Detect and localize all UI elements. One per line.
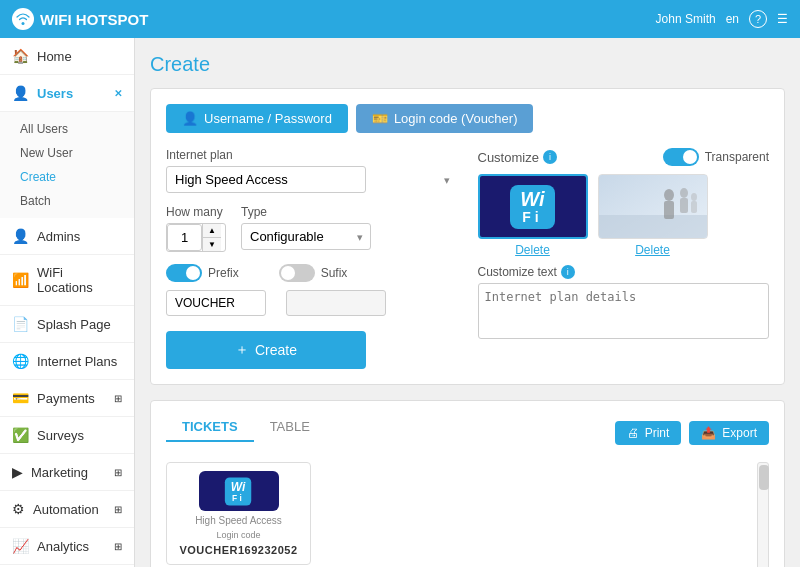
main-content: Create 👤 Username / Password 🎫 Login cod…: [135, 38, 800, 567]
marketing-icon: ▶: [12, 464, 23, 480]
sidebar-label-admins: Admins: [37, 229, 80, 244]
create-form-left: Internet plan High Speed Access How many: [166, 148, 458, 369]
internet-plan-group: Internet plan High Speed Access: [166, 148, 458, 193]
suffix-label: Sufix: [321, 266, 348, 280]
sidebar-sub-all-users[interactable]: All Users: [0, 117, 134, 141]
customize-info-icon[interactable]: i: [543, 150, 557, 164]
svg-rect-7: [691, 201, 697, 213]
automation-icon: ⚙: [12, 501, 25, 517]
type-group: Type Configurable: [241, 205, 371, 252]
how-many-type-row: How many ▲ ▼ Type: [166, 205, 458, 252]
transparent-toggle[interactable]: [663, 148, 699, 166]
ticket-wifi-badge: Wi Fi: [225, 477, 252, 505]
customize-header-row: Customize i Transparent: [478, 148, 770, 166]
print-icon: 🖨: [627, 426, 639, 440]
app-logo: WIFI HOTSPOT: [12, 8, 148, 30]
analytics-expand-icon: ⊞: [114, 541, 122, 552]
prefix-label: Prefix: [208, 266, 239, 280]
sidebar-item-home[interactable]: 🏠 Home: [0, 38, 134, 75]
customize-text-label: Customize text: [478, 265, 557, 279]
prefix-suffix-inputs: [166, 290, 458, 316]
scrollbar-up-area: [759, 465, 769, 490]
username-password-tab[interactable]: 👤 Username / Password: [166, 104, 348, 133]
sidebar-item-admins[interactable]: 👤 Admins: [0, 218, 134, 255]
sidebar-item-users[interactable]: 👤 Users ✕: [0, 75, 134, 112]
internet-plan-select-wrapper: High Speed Access: [166, 166, 458, 193]
sidebar-label-payments: Payments: [37, 391, 95, 406]
users-icon: 👤: [12, 85, 29, 101]
wifi-icon: [12, 8, 34, 30]
logo-text: WIFI HOTSPOT: [40, 11, 148, 28]
tab-table[interactable]: TABLE: [254, 413, 326, 442]
prefix-suffix-toggles: Prefix Sufix: [166, 264, 458, 282]
wifi-logo-image: Wi Fi: [478, 174, 588, 239]
how-many-down[interactable]: ▼: [203, 238, 221, 251]
sidebar: 🏠 Home 👤 Users ✕ All Users New User Crea…: [0, 38, 135, 567]
sidebar-item-splash-page[interactable]: 📄 Splash Page: [0, 306, 134, 343]
sidebar-item-marketing[interactable]: ▶ Marketing ⊞: [0, 454, 134, 491]
create-form-right: Customize i Transparent: [478, 148, 770, 369]
print-label: Print: [645, 426, 670, 440]
sidebar-item-automation[interactable]: ⚙ Automation ⊞: [0, 491, 134, 528]
menu-icon[interactable]: ☰: [777, 12, 788, 26]
transparent-label: Transparent: [705, 150, 769, 164]
sidebar-sub-create[interactable]: Create: [0, 165, 134, 189]
users-toggle-icon: ✕: [114, 88, 122, 99]
export-button[interactable]: 📤 Export: [689, 421, 769, 445]
customize-label: Customize: [478, 150, 539, 165]
suffix-input[interactable]: [286, 290, 386, 316]
suffix-toggle-wrap: Sufix: [279, 264, 348, 282]
app-header: WIFI HOTSPOT John Smith en ? ☰: [0, 0, 800, 38]
ticket-voucher-code: VOUCHER169232052: [179, 544, 297, 556]
sidebar-label-wifi-locations: WiFi Locations: [37, 265, 122, 295]
sidebar-label-internet-plans: Internet Plans: [37, 354, 117, 369]
login-code-tab[interactable]: 🎫 Login code (Voucher): [356, 104, 534, 133]
customize-text-info-icon[interactable]: i: [561, 265, 575, 279]
language-selector[interactable]: en: [726, 12, 739, 26]
sidebar-label-users: Users: [37, 86, 73, 101]
svg-point-4: [680, 188, 688, 198]
sidebar-item-payments[interactable]: 💳 Payments ⊞: [0, 380, 134, 417]
sidebar-item-wifi-locations[interactable]: 📶 WiFi Locations: [0, 255, 134, 306]
how-many-input[interactable]: [167, 224, 202, 251]
wifi-logo-delete[interactable]: Delete: [515, 243, 550, 257]
automation-expand-icon: ⊞: [114, 504, 122, 515]
sidebar-label-splash: Splash Page: [37, 317, 111, 332]
sidebar-label-analytics: Analytics: [37, 539, 89, 554]
svg-rect-3: [664, 201, 674, 219]
bottom-header: TICKETS TABLE 🖨 Print 📤 Export: [166, 413, 769, 452]
user-name[interactable]: John Smith: [656, 12, 716, 26]
help-icon[interactable]: ?: [749, 10, 767, 28]
print-button[interactable]: 🖨 Print: [615, 421, 682, 445]
type-label: Type: [241, 205, 371, 219]
sidebar-item-surveys[interactable]: ✅ Surveys: [0, 417, 134, 454]
voucher-icon: 🎫: [372, 111, 388, 126]
transparent-image-box: Delete: [598, 174, 708, 257]
scrollbar-track: [757, 462, 769, 567]
sidebar-sub-batch[interactable]: Batch: [0, 189, 134, 213]
prefix-input[interactable]: [166, 290, 266, 316]
sidebar-sub-new-user[interactable]: New User: [0, 141, 134, 165]
suffix-toggle-thumb: [281, 266, 295, 280]
customize-text-input[interactable]: [478, 283, 770, 339]
sidebar-item-analytics[interactable]: 📈 Analytics ⊞: [0, 528, 134, 565]
internet-plan-select[interactable]: High Speed Access: [166, 166, 366, 193]
sidebar-label-home: Home: [37, 49, 72, 64]
analytics-icon: 📈: [12, 538, 29, 554]
sidebar-label-surveys: Surveys: [37, 428, 84, 443]
sidebar-item-internet-plans[interactable]: 🌐 Internet Plans: [0, 343, 134, 380]
create-button[interactable]: ＋ Create: [166, 331, 366, 369]
sidebar-users-submenu: All Users New User Create Batch: [0, 112, 134, 218]
page-title: Create: [150, 53, 785, 76]
tab-tickets[interactable]: TICKETS: [166, 413, 254, 442]
wifi-locations-icon: 📶: [12, 272, 29, 288]
type-select[interactable]: Configurable: [241, 223, 371, 250]
suffix-toggle[interactable]: [279, 264, 315, 282]
prefix-toggle-wrap: Prefix: [166, 264, 239, 282]
transparent-toggle-wrap: Transparent: [663, 148, 769, 166]
main-layout: 🏠 Home 👤 Users ✕ All Users New User Crea…: [0, 38, 800, 567]
payments-expand-icon: ⊞: [114, 393, 122, 404]
prefix-toggle[interactable]: [166, 264, 202, 282]
how-many-up[interactable]: ▲: [203, 224, 221, 238]
transparent-delete[interactable]: Delete: [635, 243, 670, 257]
